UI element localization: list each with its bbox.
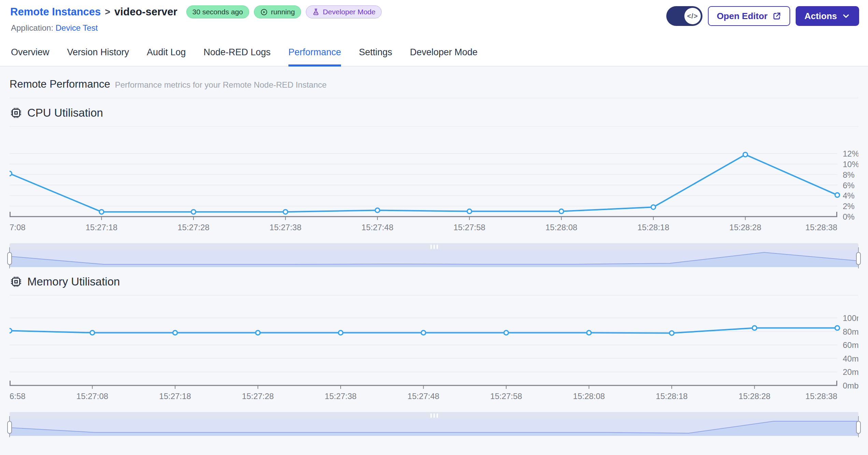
- developer-mode-badge-label: Developer Mode: [323, 8, 375, 16]
- grip-icon[interactable]: [429, 413, 439, 418]
- application-link[interactable]: Device Test: [56, 23, 98, 32]
- svg-text:15:27:18: 15:27:18: [86, 223, 117, 231]
- svg-text:15:27:18: 15:27:18: [159, 392, 191, 400]
- breadcrumb-separator: >: [105, 7, 110, 17]
- svg-text:15:27:48: 15:27:48: [361, 223, 393, 231]
- play-circle-icon: [260, 8, 268, 16]
- actions-button[interactable]: Actions: [796, 6, 859, 26]
- tab-node-red-logs[interactable]: Node-RED Logs: [203, 47, 271, 66]
- page-subtitle: Performance metrics for your Remote Node…: [115, 80, 327, 90]
- svg-text:6%: 6%: [843, 181, 855, 190]
- divider: [10, 295, 858, 295]
- svg-text:40mb: 40mb: [843, 354, 858, 363]
- memory-brush-handle-left[interactable]: [7, 421, 12, 434]
- svg-text:15:28:08: 15:28:08: [545, 223, 577, 231]
- memory-brush-drag-strip[interactable]: [10, 412, 858, 419]
- svg-text:10%: 10%: [843, 160, 858, 169]
- application-label: Application:: [11, 23, 53, 32]
- svg-text:15:28:18: 15:28:18: [656, 392, 687, 400]
- memory-utilisation-section: Memory Utilisation 0mb20mb40mb60mb80mb10…: [10, 275, 858, 436]
- svg-text:15:28:28: 15:28:28: [729, 223, 761, 231]
- grip-icon[interactable]: [429, 245, 439, 249]
- svg-text:80mb: 80mb: [843, 327, 858, 336]
- cpu-brush-window[interactable]: [10, 250, 858, 267]
- svg-text:15:28:28: 15:28:28: [739, 392, 770, 400]
- svg-text:100mb: 100mb: [843, 313, 858, 323]
- header: Remote Instances > video-server 30 secon…: [0, 0, 868, 39]
- svg-text:60mb: 60mb: [843, 340, 858, 350]
- divider: [10, 98, 858, 98]
- cpu-chip-icon: [10, 276, 22, 288]
- svg-text:15:28:08: 15:28:08: [573, 392, 605, 400]
- performance-panel: Remote Performance Performance metrics f…: [0, 67, 868, 436]
- code-icon: </>: [684, 8, 701, 24]
- svg-text:8%: 8%: [843, 170, 855, 179]
- cpu-chip-icon: [10, 107, 22, 119]
- tab-overview[interactable]: Overview: [11, 47, 49, 66]
- cpu-chart[interactable]: 0%2%4%6%8%10%12%7:0815:27:1815:27:2815:2…: [10, 129, 858, 231]
- memory-brush-window[interactable]: [10, 419, 858, 436]
- tab-developer-mode[interactable]: Developer Mode: [410, 47, 478, 66]
- external-link-icon: [772, 12, 781, 20]
- cpu-zoom-brush[interactable]: [10, 243, 858, 267]
- tab-version-history[interactable]: Version History: [67, 47, 129, 66]
- svg-text:0%: 0%: [843, 212, 855, 221]
- svg-text:15:28:38: 15:28:38: [806, 223, 837, 231]
- status-badge: running: [254, 5, 301, 18]
- application-row: Application: Device Test: [11, 23, 382, 33]
- cpu-utilisation-section: CPU Utilisation 0%2%4%6%8%10%12%7:0815:2…: [10, 106, 858, 267]
- svg-text:15:27:58: 15:27:58: [490, 392, 522, 400]
- tab-settings[interactable]: Settings: [359, 47, 392, 66]
- status-badge-label: running: [271, 8, 295, 16]
- cpu-brush-minichart: [10, 250, 858, 267]
- svg-text:20mb: 20mb: [843, 367, 858, 377]
- page-title: Remote Performance: [10, 78, 110, 90]
- open-editor-button[interactable]: Open Editor: [708, 6, 790, 26]
- svg-text:4%: 4%: [843, 191, 855, 200]
- cpu-brush-drag-strip[interactable]: [10, 243, 858, 250]
- svg-text:12%: 12%: [843, 149, 858, 158]
- memory-brush-handle-right[interactable]: [856, 421, 861, 434]
- svg-text:15:27:58: 15:27:58: [454, 223, 485, 231]
- svg-text:7:08: 7:08: [10, 223, 26, 231]
- cpu-section-title: CPU Utilisation: [27, 106, 103, 119]
- memory-zoom-brush[interactable]: [10, 412, 858, 436]
- svg-text:15:28:38: 15:28:38: [806, 392, 837, 400]
- svg-text:15:27:48: 15:27:48: [408, 392, 439, 400]
- memory-chart[interactable]: 0mb20mb40mb60mb80mb100mb6:5815:27:0815:2…: [10, 297, 858, 400]
- cpu-brush-handle-right[interactable]: [856, 252, 861, 265]
- svg-text:2%: 2%: [843, 202, 855, 211]
- last-seen-badge-label: 30 seconds ago: [193, 8, 243, 16]
- memory-brush-minichart: [10, 419, 858, 436]
- tab-performance[interactable]: Performance: [288, 47, 341, 66]
- svg-text:15:27:38: 15:27:38: [325, 392, 356, 400]
- svg-text:15:27:28: 15:27:28: [242, 392, 274, 400]
- svg-text:15:28:18: 15:28:18: [637, 223, 669, 231]
- chevron-down-icon: [842, 12, 850, 20]
- instance-tabs: Overview Version History Audit Log Node-…: [0, 39, 868, 67]
- memory-section-title: Memory Utilisation: [27, 275, 120, 288]
- breadcrumb-link-remote-instances[interactable]: Remote Instances: [10, 6, 101, 18]
- instance-name: video-server: [114, 6, 177, 18]
- developer-mode-badge: Developer Mode: [306, 5, 382, 18]
- actions-label: Actions: [805, 11, 837, 21]
- svg-text:15:27:28: 15:27:28: [177, 223, 209, 231]
- breadcrumb: Remote Instances > video-server 30 secon…: [10, 5, 382, 18]
- developer-mode-toggle[interactable]: </>: [666, 6, 702, 26]
- svg-text:0mb: 0mb: [843, 381, 858, 390]
- cpu-brush-handle-left[interactable]: [7, 252, 12, 265]
- last-seen-badge: 30 seconds ago: [186, 5, 249, 18]
- open-editor-label: Open Editor: [717, 11, 768, 21]
- svg-text:15:27:08: 15:27:08: [76, 392, 108, 400]
- divider: [10, 126, 858, 127]
- tab-audit-log[interactable]: Audit Log: [147, 47, 186, 66]
- svg-text:6:58: 6:58: [10, 392, 26, 400]
- svg-text:15:27:38: 15:27:38: [270, 223, 301, 231]
- flask-icon: [312, 8, 320, 16]
